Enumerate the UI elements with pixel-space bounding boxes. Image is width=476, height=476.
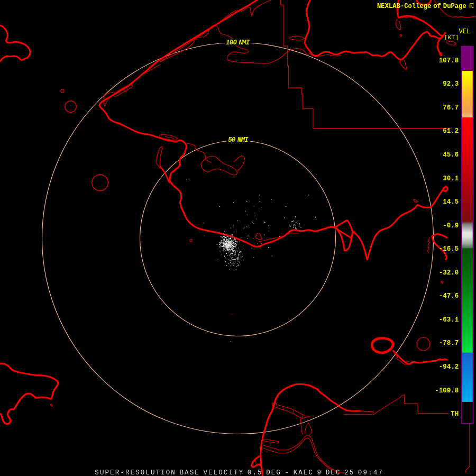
svg-text:100 NMI: 100 NMI xyxy=(226,39,250,47)
svg-text:-78.7: -78.7 xyxy=(439,340,459,347)
svg-text:76.7: 76.7 xyxy=(443,104,459,112)
svg-text:45.6: 45.6 xyxy=(443,151,459,159)
svg-text:50 NMI: 50 NMI xyxy=(228,136,249,144)
svg-text:[KT]: [KT] xyxy=(444,34,459,41)
svg-text:92.3: 92.3 xyxy=(443,80,459,88)
svg-text:TH: TH xyxy=(451,410,459,418)
svg-text:14.5: 14.5 xyxy=(443,198,459,206)
svg-text:61.2: 61.2 xyxy=(443,127,459,135)
svg-text:107.8: 107.8 xyxy=(439,57,459,65)
svg-text:NEXLAB-College of DuPage: NEXLAB-College of DuPage xyxy=(377,3,466,10)
svg-text:-94.2: -94.2 xyxy=(439,363,459,371)
svg-text:30.1: 30.1 xyxy=(443,175,459,182)
svg-text:-63.1: -63.1 xyxy=(439,316,459,324)
svg-text:VEL: VEL xyxy=(459,28,471,35)
svg-text:SUPER-RESOLUTION BASE VELOCITY: SUPER-RESOLUTION BASE VELOCITY 0.5 DEG -… xyxy=(95,469,383,476)
svg-text:-0.9: -0.9 xyxy=(443,222,459,230)
svg-text:-32.0: -32.0 xyxy=(439,269,459,277)
svg-text:-109.8: -109.8 xyxy=(435,387,459,395)
svg-text:-16.5: -16.5 xyxy=(439,245,459,253)
svg-text:-47.6: -47.6 xyxy=(439,292,459,300)
